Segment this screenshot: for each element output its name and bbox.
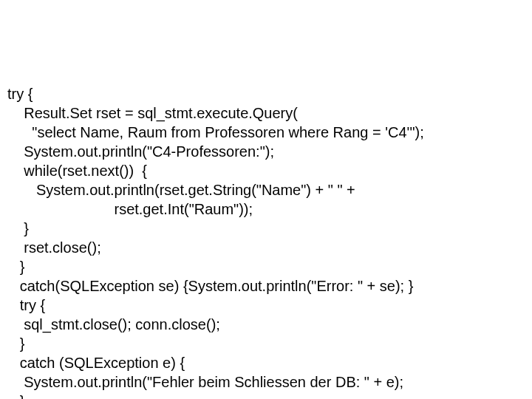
- code-line: catch(SQLException se) {System.out.print…: [7, 276, 525, 296]
- code-line: }: [7, 219, 525, 238]
- code-line: sql_stmt.close(); conn.close();: [7, 315, 525, 334]
- code-line: rset.close();: [7, 238, 525, 257]
- code-line: System.out.println(rset.get.String("Name…: [7, 180, 525, 200]
- code-line: }: [7, 392, 525, 399]
- code-line: System.out.println("C4-Professoren:");: [7, 142, 525, 161]
- code-line: "select Name, Raum from Professoren wher…: [7, 123, 525, 142]
- code-line: Result.Set rset = sql_stmt.execute.Query…: [7, 103, 525, 123]
- code-line: rset.get.Int("Raum"));: [7, 200, 525, 219]
- code-line: System.out.println("Fehler beim Schliess…: [7, 372, 525, 392]
- code-line: try {: [7, 296, 525, 315]
- code-line: }: [7, 257, 525, 276]
- code-line: while(rset.next()) {: [7, 161, 525, 180]
- code-line: try {: [7, 84, 525, 103]
- code-line: catch (SQLException e) {: [7, 353, 525, 372]
- code-line: }: [7, 334, 525, 353]
